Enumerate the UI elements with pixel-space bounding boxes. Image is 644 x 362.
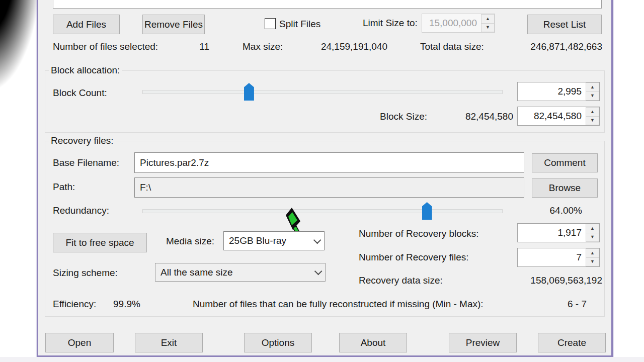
spin-down-icon[interactable]: ▼ [586, 92, 599, 101]
redundancy-label: Redundancy: [53, 205, 109, 216]
recovery-files-title: Recovery files: [49, 135, 116, 146]
block-count-slider-thumb[interactable] [244, 83, 254, 101]
spin-up-icon[interactable]: ▲ [481, 14, 495, 24]
limit-size-label: Limit Size to: [363, 18, 418, 29]
redundancy-value: 64.00% [541, 205, 582, 216]
files-selected-label: Number of files selected: [53, 41, 158, 52]
block-size-spin-buttons[interactable]: ▲ ▼ [586, 107, 599, 125]
redundancy-slider-track[interactable] [142, 209, 503, 213]
max-size-label: Max size: [243, 41, 283, 52]
block-size-text: 82,454,580 [426, 111, 513, 122]
spin-up-icon[interactable]: ▲ [586, 82, 599, 92]
browse-button[interactable]: Browse [532, 178, 598, 198]
sizing-scheme-label: Sizing scheme: [53, 267, 118, 279]
preview-button[interactable]: Preview [449, 333, 517, 352]
block-allocation-title: Block allocation: [49, 65, 122, 76]
create-button[interactable]: Create [538, 333, 606, 352]
media-size-label: Media size: [166, 236, 214, 247]
media-size-value: 25GB Blu-ray [229, 235, 313, 246]
base-filename-input[interactable]: Pictures.par2.7z [134, 152, 524, 173]
total-size-label: Total data size: [420, 41, 484, 52]
efficiency-label: Efficiency: [53, 299, 96, 310]
block-size-spinner[interactable]: 82,454,580 ▲ ▼ [517, 107, 600, 126]
split-files-label: Split Files [279, 19, 320, 30]
recovery-blocks-spinner[interactable]: 1,917 ▲ ▼ [517, 223, 600, 242]
recovery-files-spin-buttons[interactable]: ▲ ▼ [586, 248, 599, 266]
about-button[interactable]: About [339, 333, 407, 352]
reset-list-button[interactable]: Reset List [527, 15, 602, 34]
spin-up-icon[interactable]: ▲ [586, 248, 599, 258]
recovery-blocks-label: Number of Recovery blocks: [359, 228, 479, 239]
fit-to-free-space-button[interactable]: Fit to free space [53, 233, 147, 252]
base-filename-label: Base Filename: [53, 157, 119, 168]
media-size-dropdown[interactable]: 25GB Blu-ray [223, 231, 325, 250]
block-count-slider-track[interactable] [142, 90, 503, 94]
spin-up-icon[interactable]: ▲ [586, 107, 599, 117]
sizing-scheme-dropdown[interactable]: All the same size [155, 263, 326, 282]
block-size-value[interactable]: 82,454,580 [518, 107, 586, 125]
total-size-value: 246,871,482,663 [506, 41, 602, 52]
recovery-blocks-value[interactable]: 1,917 [518, 224, 586, 242]
recovery-data-size-value: 158,069,563,192 [506, 275, 602, 286]
block-count-spinner[interactable]: 2,995 ▲ ▼ [517, 82, 600, 101]
block-count-slider[interactable] [142, 82, 503, 102]
recovery-files-spinner[interactable]: 7 ▲ ▼ [517, 248, 600, 267]
options-button[interactable]: Options [244, 333, 312, 352]
spin-down-icon[interactable]: ▼ [586, 117, 599, 126]
recovery-data-size-label: Recovery data size: [359, 275, 443, 286]
limit-size-value[interactable]: 15,000,000 [422, 14, 481, 32]
spin-up-icon[interactable]: ▲ [586, 224, 599, 233]
limit-size-spin-buttons[interactable]: ▲ ▼ [481, 14, 495, 32]
spin-down-icon[interactable]: ▼ [481, 24, 495, 33]
redundancy-slider[interactable] [142, 202, 503, 221]
add-files-button[interactable]: Add Files [53, 15, 120, 34]
spin-down-icon[interactable]: ▼ [586, 233, 599, 242]
path-label: Path: [53, 182, 75, 193]
recovery-files-value[interactable]: 7 [518, 248, 586, 266]
path-input[interactable]: F:\ [134, 177, 524, 198]
block-count-spin-buttons[interactable]: ▲ ▼ [586, 82, 599, 101]
remove-files-button[interactable]: Remove Files [142, 15, 205, 34]
block-count-label: Block Count: [53, 87, 107, 99]
multipar-create-window: Add Files Remove Files Split Files Limit… [37, 0, 613, 357]
sizing-scheme-value: All the same size [160, 267, 314, 278]
recovery-files-label: Number of Recovery files: [359, 252, 469, 263]
files-selected-value: 11 [169, 41, 209, 52]
reconstruct-range-value: 6 - 7 [551, 299, 587, 310]
spin-down-icon[interactable]: ▼ [586, 258, 599, 267]
exit-button[interactable]: Exit [135, 333, 203, 352]
file-list[interactable] [53, 0, 602, 9]
open-button[interactable]: Open [45, 333, 114, 352]
recovery-blocks-spin-buttons[interactable]: ▲ ▼ [586, 224, 599, 242]
chevron-down-icon [314, 267, 323, 276]
block-size-label: Block Size: [380, 111, 427, 122]
split-files-checkbox[interactable] [265, 18, 276, 29]
reconstruct-range-label: Number of files that can be fully recons… [193, 299, 484, 310]
chevron-down-icon [313, 236, 321, 244]
efficiency-value: 99.9% [113, 299, 140, 310]
comment-button[interactable]: Comment [532, 153, 598, 172]
block-count-value[interactable]: 2,995 [518, 82, 586, 101]
limit-size-spinner[interactable]: 15,000,000 ▲ ▼ [422, 14, 495, 33]
redundancy-slider-thumb[interactable] [422, 202, 432, 220]
background-bottom-strip [0, 357, 644, 362]
max-size-value: 24,159,191,040 [300, 41, 387, 52]
